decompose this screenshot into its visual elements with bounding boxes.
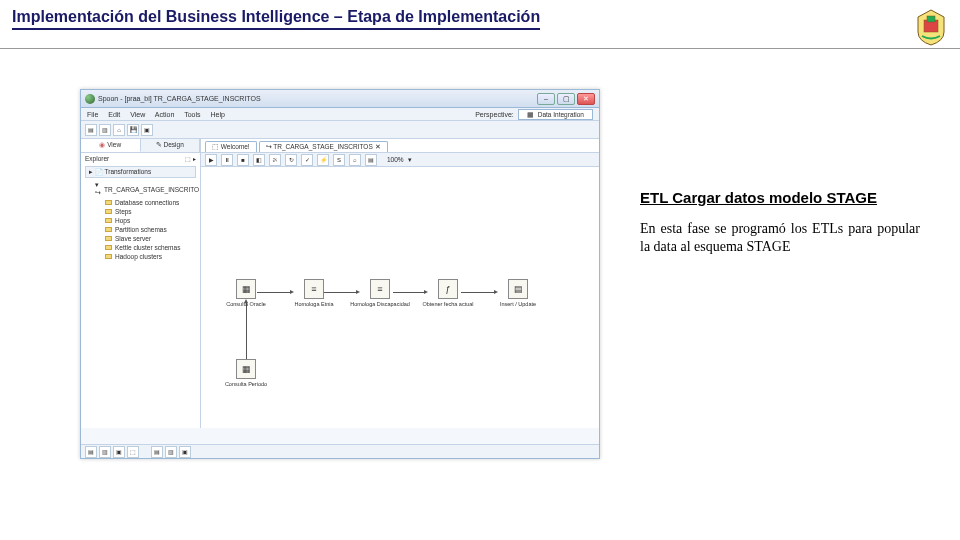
body-paragraph: En esta fase se programó los ETLs para p… bbox=[640, 220, 920, 256]
tab-welcome[interactable]: ⬚ Welcome! bbox=[205, 141, 257, 152]
tree-slave[interactable]: Slave server bbox=[85, 234, 196, 243]
status-icon[interactable]: ▤ bbox=[85, 446, 97, 458]
status-icon[interactable]: ▤ bbox=[151, 446, 163, 458]
menu-file[interactable]: File bbox=[87, 111, 98, 118]
run-icon[interactable]: ▶ bbox=[205, 154, 217, 166]
preview-icon[interactable]: ◧ bbox=[253, 154, 265, 166]
explore-icon[interactable]: ⌂ bbox=[113, 124, 125, 136]
impact-icon[interactable]: ⚡ bbox=[317, 154, 329, 166]
perspective-label: Perspective: bbox=[475, 111, 514, 118]
sidebar-tab-design[interactable]: ✎ Design bbox=[141, 139, 201, 152]
menu-action[interactable]: Action bbox=[155, 111, 174, 118]
sql-icon[interactable]: S bbox=[333, 154, 345, 166]
table-input-icon: ▦ bbox=[236, 359, 256, 379]
status-icon[interactable]: ▥ bbox=[99, 446, 111, 458]
maximize-button[interactable]: ▢ bbox=[557, 93, 575, 105]
debug-icon[interactable]: ⛭ bbox=[269, 154, 281, 166]
close-button[interactable]: ✕ bbox=[577, 93, 595, 105]
status-icon[interactable]: ▣ bbox=[113, 446, 125, 458]
slide-title: Implementación del Business Intelligence… bbox=[12, 8, 540, 30]
canvas-toolbar: ▶ ⏸ ■ ◧ ⛭ ↻ ✓ ⚡ S ⌕ ▤ 100% ▾ bbox=[201, 153, 599, 167]
menu-edit[interactable]: Edit bbox=[108, 111, 120, 118]
explore-db-icon[interactable]: ⌕ bbox=[349, 154, 361, 166]
menu-view[interactable]: View bbox=[130, 111, 145, 118]
save-icon[interactable]: 💾 bbox=[127, 124, 139, 136]
tree-partition[interactable]: Partition schemas bbox=[85, 225, 196, 234]
tree-hops[interactable]: Hops bbox=[85, 216, 196, 225]
insert-update-icon: ▤ bbox=[508, 279, 528, 299]
hop[interactable] bbox=[246, 302, 247, 362]
sidebar-tab-view[interactable]: ◉ View bbox=[81, 139, 141, 152]
slide-text-block: ETL Cargar datos modelo STAGE En esta fa… bbox=[640, 89, 920, 459]
menubar: File Edit View Action Tools Help Perspec… bbox=[81, 108, 599, 121]
statusbar: ▤ ▥ ▣ ⬚ ▤ ▥ ▣ bbox=[81, 444, 599, 458]
tree-hadoop[interactable]: Hadoop clusters bbox=[85, 252, 196, 261]
stop-icon[interactable]: ■ bbox=[237, 154, 249, 166]
table-input-icon: ▦ bbox=[236, 279, 256, 299]
window-title: Spoon - [praa_bi] TR_CARGA_STAGE_INSCRIT… bbox=[98, 95, 261, 102]
explorer-toggle-icon[interactable]: ⬚ ▸ bbox=[185, 155, 196, 162]
status-icon[interactable]: ▥ bbox=[165, 446, 177, 458]
step-insert-update[interactable]: ▤ Insert / Update bbox=[491, 279, 545, 307]
tree-cluster[interactable]: Kettle cluster schemas bbox=[85, 243, 196, 252]
tree-transformations[interactable]: ▸ 📄 Transformations bbox=[85, 166, 196, 178]
step-fecha-actual[interactable]: ƒ Obtener fecha actual bbox=[421, 279, 475, 307]
minimize-button[interactable]: – bbox=[537, 93, 555, 105]
lookup-icon: ≡ bbox=[304, 279, 324, 299]
main-toolbar: ▤ ▥ ⌂ 💾 ▣ bbox=[81, 121, 599, 139]
sidebar: ◉ View ✎ Design Explorer ⬚ ▸ ▸ 📄 Transfo… bbox=[81, 139, 201, 428]
spoon-app-icon bbox=[85, 94, 95, 104]
step-consulta-oracle[interactable]: ▦ Consulta Oracle bbox=[219, 279, 273, 307]
new-icon[interactable]: ▤ bbox=[85, 124, 97, 136]
perspective-selector[interactable]: ▦Data Integration bbox=[518, 109, 593, 120]
results-icon[interactable]: ▤ bbox=[365, 154, 377, 166]
explorer-label: Explorer bbox=[85, 155, 109, 162]
zoom-dropdown-icon[interactable]: ▾ bbox=[408, 156, 412, 164]
lookup-icon: ≡ bbox=[370, 279, 390, 299]
slide-header: Implementación del Business Intelligence… bbox=[0, 0, 960, 48]
tab-transform[interactable]: ↪ TR_CARGA_STAGE_INSCRITOS ✕ bbox=[259, 141, 388, 152]
menu-tools[interactable]: Tools bbox=[184, 111, 200, 118]
zoom-level[interactable]: 100% bbox=[387, 156, 404, 163]
verify-icon[interactable]: ✓ bbox=[301, 154, 313, 166]
status-icon[interactable]: ▣ bbox=[179, 446, 191, 458]
saveas-icon[interactable]: ▣ bbox=[141, 124, 153, 136]
menu-help[interactable]: Help bbox=[210, 111, 224, 118]
explorer-tree: ▸ 📄 Transformations ▾ ↪ TR_CARGA_STAGE_I… bbox=[81, 164, 200, 263]
spoon-window: Spoon - [praa_bi] TR_CARGA_STAGE_INSCRIT… bbox=[80, 89, 600, 459]
canvas[interactable]: ▦ Consulta Oracle ≡ Homologa Etnia ≡ Hom… bbox=[201, 167, 599, 428]
open-icon[interactable]: ▥ bbox=[99, 124, 111, 136]
replay-icon[interactable]: ↻ bbox=[285, 154, 297, 166]
tree-steps[interactable]: Steps bbox=[85, 207, 196, 216]
university-logo bbox=[914, 8, 948, 46]
pause-icon[interactable]: ⏸ bbox=[221, 154, 233, 166]
svg-rect-1 bbox=[927, 16, 935, 22]
tree-db-connections[interactable]: Database connections bbox=[85, 198, 196, 207]
canvas-area: ⬚ Welcome! ↪ TR_CARGA_STAGE_INSCRITOS ✕ … bbox=[201, 139, 599, 428]
step-homologa-discapacidad[interactable]: ≡ Homologa Discapacidad bbox=[353, 279, 407, 307]
step-consulta-periodo[interactable]: ▦ Consulta Periodo bbox=[219, 359, 273, 387]
tree-trans-node[interactable]: ▾ ↪ TR_CARGA_STAGE_INSCRITO bbox=[85, 180, 196, 198]
step-homologa-etnia[interactable]: ≡ Homologa Etnia bbox=[287, 279, 341, 307]
slide-content: Spoon - [praa_bi] TR_CARGA_STAGE_INSCRIT… bbox=[0, 49, 960, 479]
status-icon[interactable]: ⬚ bbox=[127, 446, 139, 458]
caption: ETL Cargar datos modelo STAGE bbox=[640, 189, 920, 206]
system-info-icon: ƒ bbox=[438, 279, 458, 299]
window-titlebar: Spoon - [praa_bi] TR_CARGA_STAGE_INSCRIT… bbox=[81, 90, 599, 108]
